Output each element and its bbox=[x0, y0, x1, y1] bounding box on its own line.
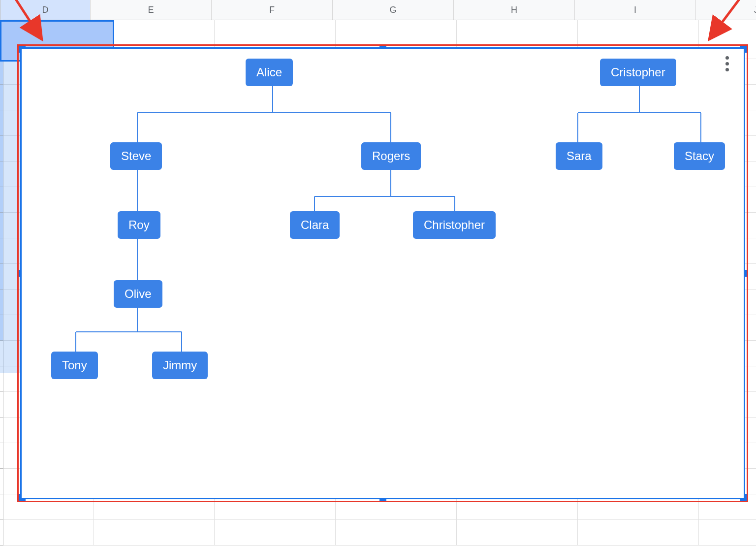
chart-canvas[interactable]: Alice Steve Rogers Roy Clara Christopher… bbox=[22, 49, 744, 498]
row-header[interactable]: te bbox=[0, 59, 3, 85]
column-header[interactable]: D bbox=[0, 0, 91, 20]
org-node-clara[interactable]: Clara bbox=[290, 211, 340, 239]
row-header[interactable]: ea bbox=[0, 290, 3, 315]
column-header[interactable]: I bbox=[575, 0, 696, 20]
row-header[interactable]: ea bbox=[0, 110, 3, 136]
column-header[interactable]: E bbox=[91, 0, 212, 20]
org-node-jimmy[interactable]: Jimmy bbox=[152, 352, 208, 379]
grid-row[interactable] bbox=[0, 520, 756, 546]
org-node-tony[interactable]: Tony bbox=[51, 352, 98, 379]
org-node-alice[interactable]: Alice bbox=[246, 59, 293, 86]
org-node-christopher[interactable]: Christopher bbox=[413, 211, 496, 239]
column-header[interactable]: H bbox=[454, 0, 575, 20]
row-header[interactable] bbox=[0, 366, 3, 392]
org-node-olive[interactable]: Olive bbox=[114, 280, 162, 308]
row-header[interactable] bbox=[0, 392, 3, 418]
org-chart-connectors bbox=[22, 49, 744, 498]
row-header[interactable] bbox=[0, 20, 3, 59]
grid-cell[interactable] bbox=[3, 520, 94, 546]
row-header[interactable]: ea bbox=[0, 238, 3, 264]
column-header-row: D E F G H I J bbox=[0, 0, 756, 20]
row-header[interactable] bbox=[0, 520, 3, 546]
row-header[interactable] bbox=[0, 443, 3, 469]
grid-cell[interactable] bbox=[578, 520, 699, 546]
org-node-rogers[interactable]: Rogers bbox=[361, 142, 421, 170]
row-header[interactable]: ea bbox=[0, 213, 3, 238]
org-node-sara[interactable]: Sara bbox=[556, 142, 602, 170]
row-header[interactable] bbox=[0, 469, 3, 494]
grid-cell[interactable] bbox=[457, 520, 578, 546]
org-node-roy[interactable]: Roy bbox=[118, 211, 160, 239]
org-chart-object[interactable]: Alice Steve Rogers Roy Clara Christopher… bbox=[17, 44, 748, 502]
row-header[interactable] bbox=[0, 341, 3, 366]
grid-cell[interactable] bbox=[336, 520, 457, 546]
row-header[interactable]: ye bbox=[0, 264, 3, 290]
org-node-steve[interactable]: Steve bbox=[110, 142, 162, 170]
row-header[interactable]: ea bbox=[0, 187, 3, 213]
column-header[interactable]: G bbox=[333, 0, 454, 20]
org-node-stacy[interactable]: Stacy bbox=[674, 142, 725, 170]
org-node-cristopher[interactable]: Cristopher bbox=[600, 59, 676, 86]
row-header[interactable]: ye bbox=[0, 85, 3, 110]
row-header[interactable]: ye bbox=[0, 136, 3, 161]
row-header[interactable] bbox=[0, 494, 3, 520]
row-header[interactable]: ea bbox=[0, 161, 3, 187]
row-header[interactable]: ea bbox=[0, 315, 3, 341]
row-header[interactable] bbox=[0, 418, 3, 443]
grid-cell[interactable] bbox=[215, 520, 336, 546]
grid-cell[interactable] bbox=[699, 520, 756, 546]
grid-cell[interactable] bbox=[94, 520, 215, 546]
column-header[interactable]: J bbox=[696, 0, 756, 20]
column-header[interactable]: F bbox=[212, 0, 333, 20]
